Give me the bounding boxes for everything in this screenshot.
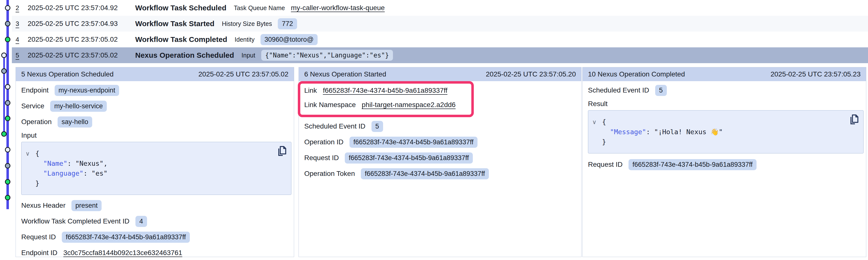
- input-label: Input: [21, 132, 291, 139]
- field-link-namespace: Link Namespace phil-target-namespace2.a2…: [304, 100, 467, 110]
- panel-title: 6 Nexus Operation Started: [304, 70, 386, 78]
- event-timestamp: 2025-02-25 UTC 23:57:04.92: [28, 4, 135, 12]
- timeline-dot-completed[interactable]: [5, 195, 10, 200]
- operation-badge: say-hello: [58, 116, 92, 127]
- timeline-dot-completed[interactable]: [5, 116, 10, 121]
- panel-title: 10 Nexus Operation Completed: [588, 70, 685, 78]
- event-timestamp: 2025-02-25 UTC 23:57:05.02: [28, 36, 135, 43]
- event-id-link[interactable]: 2: [16, 4, 28, 12]
- field-endpoint: Endpoint my-nexus-endpoint: [21, 85, 291, 96]
- event-id-link[interactable]: 3: [16, 20, 28, 28]
- attr-value-badge: {"Name":"Nexus","Language":"es"}: [261, 50, 393, 61]
- field-service: Service my-hello-service: [21, 100, 291, 112]
- event-attr-label: Input: [242, 52, 255, 59]
- operation-token-badge: f665283f-743e-4374-b45b-9a61a89337ff: [361, 168, 489, 179]
- event-row-4[interactable]: 4 2025-02-25 UTC 23:57:05.02 Workflow Ta…: [12, 32, 868, 47]
- operation-id-badge: f665283f-743e-4374-b45b-9a61a89337ff: [349, 137, 477, 148]
- service-badge: my-hello-service: [50, 101, 107, 112]
- wftc-event-id-badge: 4: [135, 216, 147, 227]
- link-highlight-box: Link f665283f-743e-4374-b45b-9a61a89337f…: [298, 81, 474, 117]
- field-request-id: Request ID f665283f-743e-4374-b45b-9a61a…: [21, 231, 291, 243]
- timeline-dot-started[interactable]: [5, 21, 10, 26]
- scheduled-event-id-badge: 5: [655, 85, 667, 96]
- panel-body: Endpoint my-nexus-endpoint Service my-he…: [16, 85, 294, 259]
- field-nexus-header: Nexus Header present: [21, 200, 291, 211]
- field-scheduled-event-id: Scheduled Event ID 5: [304, 121, 579, 132]
- event-name: Workflow Task Scheduled: [135, 4, 226, 12]
- timeline-dot-completed[interactable]: [5, 37, 10, 42]
- collapse-chevron-icon[interactable]: ∨: [26, 149, 35, 159]
- event-timestamp: 2025-02-25 UTC 23:57:04.93: [28, 20, 135, 28]
- event-row-5-selected[interactable]: 5 2025-02-25 UTC 23:57:05.02 Nexus Opera…: [12, 47, 868, 63]
- copy-icon: [276, 145, 287, 157]
- timeline-dot-scheduled[interactable]: [5, 84, 10, 89]
- event-timestamp: 2025-02-25 UTC 23:57:05.02: [28, 51, 135, 59]
- field-endpoint-id: Endpoint ID 3c0c75ccfa8144b092c13ce63246…: [21, 247, 291, 259]
- panel-title: 5 Nexus Operation Scheduled: [21, 70, 114, 78]
- event-name: Workflow Task Completed: [135, 35, 227, 44]
- nexus-header-badge: present: [71, 200, 101, 211]
- panel-timestamp: 2025-02-25 UTC 23:57:05.02: [198, 70, 288, 78]
- timeline-dot-scheduled[interactable]: [5, 5, 10, 11]
- field-request-id: Request ID f665283f-743e-4374-b45b-9a61a…: [588, 159, 864, 170]
- panel-timestamp: 2025-02-25 UTC 23:57:05.23: [771, 70, 861, 78]
- link-workflow-link[interactable]: f665283f-743e-4374-b45b-9a61a89337ff: [323, 86, 447, 95]
- field-link: Link f665283f-743e-4374-b45b-9a61a89337f…: [304, 85, 467, 96]
- panel-timestamp: 2025-02-25 UTC 23:57:05.20: [486, 70, 576, 78]
- input-code-block: ∨{ "Name": "Nexus", "Language": "es" }: [21, 142, 291, 195]
- timeline-dot-completed[interactable]: [1, 131, 7, 137]
- panel-nexus-operation-completed: 10 Nexus Operation Completed 2025-02-25 …: [582, 67, 866, 257]
- copy-button[interactable]: [848, 113, 859, 125]
- link-namespace-link[interactable]: phil-target-namespace2.a2dd6: [362, 101, 456, 109]
- field-scheduled-event-id: Scheduled Event ID 5: [588, 85, 864, 96]
- attr-value-badge: 772: [278, 18, 297, 29]
- field-operation-token: Operation Token f665283f-743e-4374-b45b-…: [304, 168, 579, 179]
- event-rows: 2 2025-02-25 UTC 23:57:04.92 Workflow Ta…: [12, 0, 868, 63]
- event-id-link[interactable]: 5: [16, 51, 28, 59]
- event-name: Workflow Task Started: [135, 20, 215, 28]
- endpoint-badge: my-nexus-endpoint: [55, 85, 119, 96]
- field-request-id: Request ID f665283f-743e-4374-b45b-9a61a…: [304, 152, 579, 163]
- timeline-dot-scheduled[interactable]: [5, 147, 10, 152]
- timeline-dot-completed[interactable]: [5, 179, 10, 185]
- field-operation-id: Operation ID f665283f-743e-4374-b45b-9a6…: [304, 137, 579, 148]
- copy-icon: [848, 113, 859, 125]
- event-history-view: 2 2025-02-25 UTC 23:57:04.92 Workflow Ta…: [0, 0, 868, 260]
- result-label: Result: [588, 100, 864, 108]
- panel-body: Link f665283f-743e-4374-b45b-9a61a89337f…: [299, 81, 581, 179]
- request-id-badge: f665283f-743e-4374-b45b-9a61a89337ff: [345, 152, 473, 163]
- panel-header[interactable]: 6 Nexus Operation Started 2025-02-25 UTC…: [299, 67, 581, 81]
- panel-header[interactable]: 5 Nexus Operation Scheduled 2025-02-25 U…: [16, 67, 294, 81]
- copy-button[interactable]: [276, 145, 287, 157]
- panel-nexus-operation-scheduled: 5 Nexus Operation Scheduled 2025-02-25 U…: [16, 67, 294, 257]
- request-id-badge: f665283f-743e-4374-b45b-9a61a89337ff: [628, 159, 756, 170]
- field-operation: Operation say-hello: [21, 116, 291, 127]
- field-wftc-event-id: Workflow Task Completed Event ID 4: [21, 216, 291, 227]
- event-row-3[interactable]: 3 2025-02-25 UTC 23:57:04.93 Workflow Ta…: [12, 16, 868, 32]
- event-attr-label: History Size Bytes: [222, 20, 272, 27]
- event-row-2[interactable]: 2 2025-02-25 UTC 23:57:04.92 Workflow Ta…: [12, 0, 868, 16]
- event-name: Nexus Operation Scheduled: [135, 51, 234, 60]
- timeline-dot-scheduled[interactable]: [1, 52, 7, 58]
- panel-header[interactable]: 10 Nexus Operation Completed 2025-02-25 …: [583, 67, 866, 81]
- request-id-badge: f665283f-743e-4374-b45b-9a61a89337ff: [62, 232, 190, 243]
- scheduled-event-id-badge: 5: [371, 121, 383, 132]
- collapse-chevron-icon[interactable]: ∨: [592, 117, 602, 127]
- event-id-link[interactable]: 4: [16, 36, 28, 43]
- task-queue-link[interactable]: my-caller-workflow-task-queue: [291, 4, 385, 12]
- panel-nexus-operation-started: 6 Nexus Operation Started 2025-02-25 UTC…: [299, 67, 582, 257]
- timeline-branch-line: [3, 55, 5, 134]
- attr-value-badge: 30960@totoro@: [260, 34, 318, 45]
- timeline-dot-started[interactable]: [5, 100, 10, 106]
- event-attr-label: Task Queue Name: [234, 4, 285, 11]
- event-attr-label: Identity: [235, 36, 254, 43]
- endpoint-id-link[interactable]: 3c0c75ccfa8144b092c13ce632463761: [63, 249, 182, 257]
- timeline-dot-started[interactable]: [5, 163, 10, 169]
- panel-body: Scheduled Event ID 5 Result ∨{ "Message"…: [583, 85, 866, 170]
- result-code-block: ∨{ "Message": "¡Hola! Nexus 👋" }: [588, 110, 864, 153]
- timeline-dot-started[interactable]: [1, 68, 7, 74]
